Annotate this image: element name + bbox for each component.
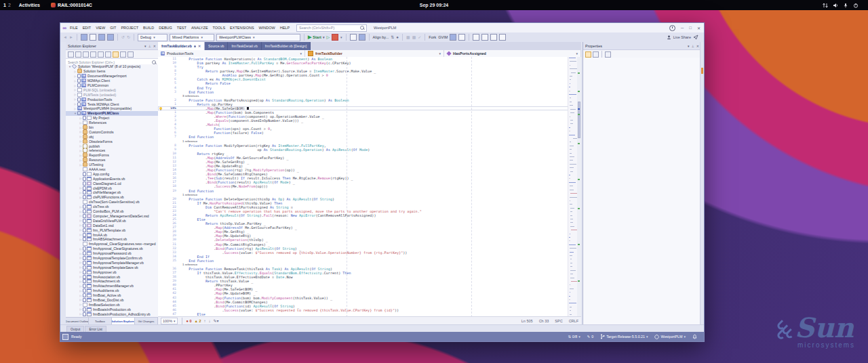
tree-item[interactable]: ▷frmAuditItems.vb <box>66 289 158 293</box>
zoom-control[interactable]: 100%▾ <box>161 318 178 324</box>
tree-item[interactable]: ▷frmBoatsInProduction_AdhocEntry.vb <box>66 312 158 316</box>
tree-item[interactable]: ▷obj <box>66 134 158 139</box>
tree-item[interactable]: ▷clsEPDM.vb <box>66 186 158 190</box>
warning-count[interactable]: ▲ 2 <box>195 319 201 323</box>
tree-item[interactable]: ▷CustomControls <box>66 129 158 134</box>
tree-item[interactable]: ▷References <box>66 121 158 125</box>
tree-item[interactable]: ▷frm_PLMTemplate.vb <box>66 228 158 232</box>
gvim-button[interactable]: GVIM <box>438 35 448 39</box>
window-position-icon[interactable]: ▾ <box>688 44 690 48</box>
tree-item[interactable]: ▷ComboBox_PLM.vb <box>66 209 158 214</box>
tree-item[interactable]: ▷VBM2MApi.Client <box>66 79 158 83</box>
network-icon[interactable] <box>823 3 828 8</box>
tree-item[interactable]: ▷VBProductionTools <box>66 97 158 102</box>
minimap[interactable] <box>568 57 577 317</box>
system-tray[interactable] <box>823 0 859 10</box>
maximize-button[interactable]: □ <box>689 26 692 30</box>
menu-project[interactable]: PROJECT <box>121 26 138 30</box>
prev-issue-icon[interactable]: ↑ <box>204 318 206 324</box>
navigate-back-icon[interactable]: ◄ <box>63 34 67 41</box>
tree-item[interactable]: ▷ObsoleteForms <box>66 139 158 144</box>
collapse-all-icon[interactable] <box>105 51 111 58</box>
power-icon[interactable] <box>853 3 859 8</box>
notifications-bell-icon[interactable] <box>692 334 697 340</box>
tree-item[interactable]: ▷DataSet1.xsd <box>66 223 158 228</box>
find-in-files-icon[interactable] <box>350 34 357 41</box>
menu-edit[interactable]: EDIT <box>83 26 92 30</box>
tree-item[interactable]: ▷frmApprover.vb <box>66 270 158 274</box>
sync-commits-button[interactable]: ⇅ 0/8 ▾ <box>568 335 580 339</box>
undo-icon[interactable]: ↺ <box>121 34 125 41</box>
tree-item[interactable]: ▷frmApproval_ClearSignatures.vb <box>66 247 158 251</box>
home-icon[interactable] <box>83 51 89 58</box>
tree-item[interactable]: ▷frmAA.vb <box>66 232 158 237</box>
tree-item[interactable]: ▷PLM-SQL (unloaded) <box>66 87 158 92</box>
solution-explorer-toolbar-icon[interactable] <box>359 34 366 41</box>
menu-analyze[interactable]: ANALYZE <box>191 26 208 30</box>
refresh-icon[interactable] <box>98 51 104 58</box>
code-editor[interactable]: 11 Private Function HasOperations(c As S… <box>158 57 581 317</box>
menu-window[interactable]: WINDOW <box>259 26 275 30</box>
tree-item[interactable]: ▷DataGridViewPLM.vb <box>66 218 158 223</box>
comment-icon[interactable]: ▩ <box>406 34 410 41</box>
tree-item[interactable]: ▷ApplicationEvents.vb <box>66 176 158 181</box>
document-tab[interactable]: frmTaskBuilder.vb [Design] <box>262 42 311 50</box>
microphone-icon[interactable] <box>843 3 848 8</box>
member-dropdown[interactable]: HasPortsAssigned ▾ <box>444 50 581 57</box>
save-icon[interactable] <box>98 34 105 41</box>
project-dropdown[interactable]: VB ProductionTools ▾ <box>158 50 305 57</box>
hot-reload-icon[interactable] <box>332 34 338 41</box>
document-tab[interactable]: Source.vb <box>205 42 228 50</box>
solution-explorer-header[interactable]: Solution Explorer ▾ ⊥ ✕ <box>66 42 158 50</box>
document-tab[interactable]: frmTaskBuilder.vb✕ <box>158 42 205 50</box>
panel-tab-error-list[interactable]: Error List <box>85 326 106 333</box>
tree-item[interactable]: ▷VBPLMCommon <box>66 83 158 88</box>
tree-item[interactable]: ▷Computer_ManagementDataSet.xsd <box>66 214 158 219</box>
tree-item[interactable]: ▼VBWestportPLMClass <box>66 111 158 116</box>
save-all-icon[interactable] <box>107 34 114 41</box>
new-project-icon[interactable] <box>81 34 87 41</box>
menu-extensions[interactable]: EXTENSIONS <box>230 26 254 30</box>
start-debug-button[interactable]: ▶ Start ▾ <box>308 35 324 40</box>
preview-selected-icon[interactable] <box>127 51 134 58</box>
startup-project-dropdown[interactable]: WestportPLMClass▾ <box>216 34 300 41</box>
quick-search-box[interactable]: Search (Ctrl+Shift+P) <box>296 24 367 32</box>
char-indicator[interactable]: Ch 33 <box>539 319 549 323</box>
panel-tab-output[interactable]: Output <box>66 326 84 333</box>
tree-item[interactable]: ▷frmBoatsInProduction.vb <box>66 307 158 312</box>
navigate-forward-icon[interactable]: ► <box>69 34 73 41</box>
close-panel-icon[interactable]: ✕ <box>153 44 156 48</box>
tree-item[interactable]: ▷UITesting <box>66 163 158 167</box>
solution-config-dropdown[interactable]: Debug▾ <box>138 34 167 41</box>
redo-icon[interactable]: ↻ <box>127 34 130 41</box>
scrollbar-thumb[interactable] <box>578 102 580 138</box>
tool-tab-document-outline[interactable]: Document Outline <box>66 318 89 324</box>
tree-item[interactable]: ▷frmApprovalTemplateManager.vb <box>66 260 158 265</box>
close-panel-icon[interactable]: ✕ <box>696 44 699 48</box>
pending-changes-filter-icon[interactable] <box>75 51 81 58</box>
close-tab-icon[interactable]: ✕ <box>198 44 201 48</box>
tree-item[interactable]: ▷Resources <box>66 158 158 163</box>
property-pages-icon[interactable] <box>605 51 611 58</box>
tool-tab-git-changes[interactable]: Git Changes <box>135 318 158 324</box>
tree-item[interactable]: ▷VBWestportPLMM4 (incompatible) <box>66 106 158 111</box>
feedback-icon[interactable] <box>669 25 675 31</box>
menu-test[interactable]: TEST <box>177 26 186 30</box>
format-icon[interactable]: ✓ <box>418 34 421 41</box>
menu-build[interactable]: BUILD <box>143 26 154 30</box>
bookmark-toggle-icon[interactable] <box>473 34 479 41</box>
tree-item[interactable]: ▷PLMTests (unloaded) <box>66 92 158 97</box>
switch-views-icon[interactable] <box>68 51 74 58</box>
tree-item[interactable]: ▷frmAttachment.vb <box>66 279 158 284</box>
tree-item[interactable]: clsTree(Sort-CaseInSensitive).vb <box>66 200 158 205</box>
menu-file[interactable]: FILE <box>70 26 78 30</box>
live-share-button[interactable]: Live Share <box>667 35 698 40</box>
show-all-files-icon[interactable] <box>113 51 119 58</box>
menu-view[interactable]: VIEW <box>96 26 105 30</box>
tree-item[interactable]: ▷frmAttachmentManager.vb <box>66 284 158 289</box>
align-options-icon[interactable]: ⇅ <box>391 34 394 41</box>
menu-git[interactable]: GIT <box>110 26 116 30</box>
tree-item[interactable]: ▷VBTests.M2MApi.Client <box>66 102 158 106</box>
close-button[interactable]: ✕ <box>697 26 701 30</box>
type-dropdown[interactable]: frmTaskBuilder ▾ <box>305 50 444 57</box>
